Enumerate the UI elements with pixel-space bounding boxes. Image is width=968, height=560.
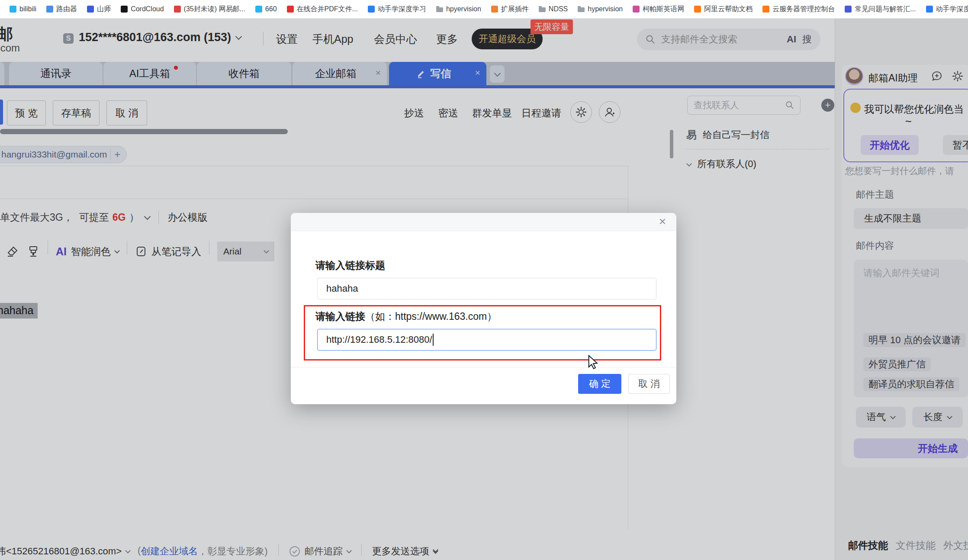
favicon (121, 6, 128, 13)
bookmark-item[interactable]: NDSS (539, 5, 568, 13)
bookmark-label: hpyervision (446, 5, 481, 13)
dialog-close-button[interactable]: × (659, 215, 666, 229)
bookmark-label: bilibili (19, 5, 36, 13)
favicon (762, 6, 769, 13)
favicon (368, 6, 375, 13)
bookmark-item[interactable]: 常见问题与解答汇... (845, 5, 916, 14)
bookmark-label: 660 (265, 5, 277, 13)
bookmark-label: 扩展插件 (501, 5, 529, 14)
bookmark-label: 路由器 (56, 5, 77, 14)
bookmark-item[interactable]: CordCloud (121, 5, 164, 13)
favicon (845, 6, 852, 13)
bookmark-item[interactable]: bilibili (10, 5, 36, 13)
favicon (10, 6, 16, 13)
bookmark-item[interactable]: 柯帕斯英语网 (633, 5, 684, 14)
bookmark-label: hypervision (588, 5, 623, 13)
bookmark-label: 常见问题与解答汇... (855, 5, 916, 14)
bookmark-label: 柯帕斯英语网 (643, 5, 684, 14)
favicon (174, 6, 181, 13)
bookmark-item[interactable]: 山师 (87, 5, 111, 14)
favicon (46, 6, 53, 13)
favicon (491, 6, 498, 13)
bookmark-item[interactable]: 扩展插件 (491, 5, 529, 14)
favicon (87, 6, 94, 13)
favicon (255, 6, 262, 13)
bookmark-label: 动手学深度学习 (936, 5, 968, 14)
favicon (287, 6, 294, 13)
link-title-label: 请输入链接标题 (315, 259, 385, 272)
bookmark-item[interactable]: 动手学深度学习 (926, 5, 968, 14)
dialog-cancel-button[interactable]: 取 消 (628, 374, 670, 394)
dialog-footer-divider (291, 367, 676, 367)
folder-icon (539, 7, 546, 12)
bookmark-item[interactable]: hypervision (578, 5, 623, 13)
bookmark-label: CordCloud (131, 5, 164, 13)
bookmark-label: NDSS (549, 5, 568, 13)
bookmark-item[interactable]: hpyervision (436, 5, 481, 13)
dialog-header (291, 213, 676, 231)
bookmark-item[interactable]: 阿里云帮助文档 (694, 5, 753, 14)
bookmark-label: 云服务器管理控制台 (772, 5, 835, 14)
bookmark-item[interactable]: (35封未读) 网易邮... (174, 5, 245, 14)
bookmark-item[interactable]: 云服务器管理控制台 (762, 5, 835, 14)
bookmark-label: 动手学深度学习 (378, 5, 426, 14)
bookmark-item[interactable]: 660 (255, 5, 277, 13)
folder-icon (578, 7, 585, 12)
confirm-button[interactable]: 确 定 (578, 374, 621, 394)
favicon (926, 6, 933, 13)
folder-icon (436, 7, 443, 12)
link-title-input[interactable]: hahaha (317, 278, 656, 299)
bookmark-label: (35封未读) 网易邮... (184, 5, 245, 14)
annotation-highlight-box (304, 305, 661, 360)
bookmark-item[interactable]: 动手学深度学习 (368, 5, 426, 14)
bookmark-item[interactable]: 路由器 (46, 5, 77, 14)
bookmark-label: 山师 (97, 5, 111, 14)
favicon (633, 6, 640, 13)
favicon (694, 6, 701, 13)
mouse-cursor (587, 355, 600, 370)
link-title-value: hahaha (326, 283, 358, 294)
bookmark-item[interactable]: 在线合并PDF文件... (287, 5, 358, 14)
bookmark-label: 在线合并PDF文件... (297, 5, 358, 14)
browser-bookmarks-bar: bilibili路由器山师CordCloud(35封未读) 网易邮...660在… (0, 0, 968, 19)
bookmark-label: 阿里云帮助文档 (704, 5, 753, 14)
